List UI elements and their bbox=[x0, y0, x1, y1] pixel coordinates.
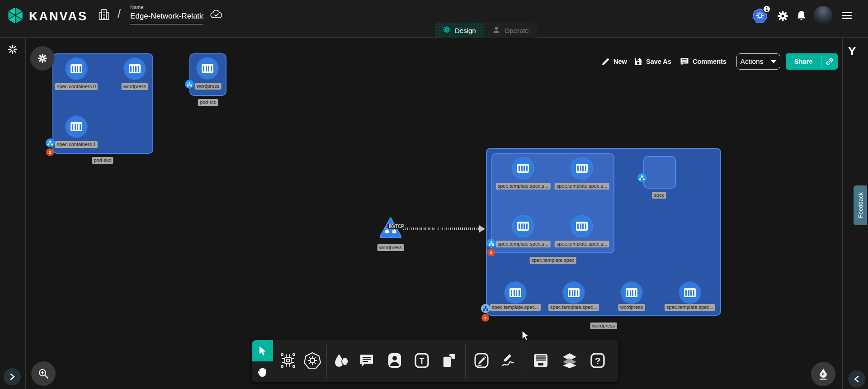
error-count-badge[interactable]: 3 bbox=[481, 314, 489, 322]
node-label: wordpress bbox=[377, 244, 404, 251]
meshery-spinner-icon[interactable] bbox=[7, 43, 19, 57]
chevron-down-icon[interactable] bbox=[771, 60, 776, 63]
container-icon bbox=[509, 288, 521, 297]
container-node[interactable] bbox=[621, 282, 642, 303]
media-tool-button[interactable] bbox=[385, 351, 405, 370]
group-spec-template-spec[interactable] bbox=[491, 153, 614, 253]
container-icon bbox=[202, 64, 213, 73]
container-node[interactable] bbox=[679, 282, 700, 303]
node-label: spec.template.spec.s... bbox=[496, 241, 551, 247]
container-icon bbox=[568, 288, 580, 297]
share-button[interactable]: Share bbox=[786, 53, 838, 70]
comment-tool-button[interactable] bbox=[357, 351, 377, 370]
design-name-label: Name bbox=[130, 5, 143, 10]
node-label: spec.template.spec.s... bbox=[555, 183, 609, 190]
toolbar-divider bbox=[326, 344, 327, 379]
node-label: spec.template.spec... bbox=[490, 304, 541, 311]
container-node[interactable] bbox=[197, 58, 218, 79]
group-label: pod-skd bbox=[92, 157, 113, 164]
container-node[interactable] bbox=[563, 282, 584, 303]
error-count-badge[interactable]: 2 bbox=[46, 148, 54, 156]
container-icon bbox=[626, 288, 637, 297]
floppy-icon bbox=[634, 57, 642, 66]
help-tool-button[interactable]: ? bbox=[588, 351, 608, 370]
comment-icon bbox=[680, 57, 689, 66]
tab-operate[interactable]: Operate bbox=[484, 23, 537, 38]
relationship-badge-icon[interactable] bbox=[185, 80, 194, 89]
hamburger-menu-icon[interactable] bbox=[842, 12, 852, 21]
operate-tab-label: Operate bbox=[505, 27, 529, 34]
mode-tabs: Design Operate bbox=[435, 23, 537, 38]
new-button[interactable]: New bbox=[601, 55, 627, 68]
comments-button[interactable]: Comments bbox=[680, 55, 726, 68]
kubernetes-tool-button[interactable] bbox=[302, 351, 322, 370]
container-icon bbox=[576, 222, 588, 231]
notifications-bell-icon[interactable] bbox=[796, 10, 807, 24]
container-node[interactable] bbox=[66, 58, 87, 79]
container-node[interactable] bbox=[124, 58, 145, 79]
edit-tool-button[interactable] bbox=[472, 351, 491, 370]
copy-link-icon[interactable] bbox=[821, 57, 838, 66]
container-node[interactable] bbox=[513, 158, 533, 179]
pen-tool-button[interactable] bbox=[811, 362, 835, 386]
node-label: spec.template.spec.s... bbox=[555, 241, 609, 247]
node-label: spec.template.spec... bbox=[548, 304, 599, 311]
cloud-saved-icon bbox=[210, 9, 223, 22]
feedback-label: Feedback bbox=[857, 192, 864, 218]
settings-gear-icon[interactable] bbox=[777, 10, 789, 24]
layers-tool-button[interactable] bbox=[560, 351, 580, 370]
relationship-badge-icon[interactable] bbox=[46, 138, 55, 147]
node-label: spec.template.spec.s... bbox=[496, 183, 551, 190]
toolbar-divider bbox=[523, 344, 523, 379]
mouse-cursor bbox=[521, 330, 531, 344]
layer5-y-icon[interactable]: Y bbox=[848, 44, 856, 58]
text-tool-button[interactable]: T bbox=[412, 351, 432, 370]
node-label: wordpress bbox=[195, 83, 222, 90]
container-node[interactable] bbox=[66, 116, 87, 137]
expand-right-panel-button[interactable] bbox=[848, 370, 865, 388]
app-title: KANVAS bbox=[29, 9, 88, 24]
actions-divider bbox=[767, 54, 767, 69]
container-icon bbox=[71, 122, 82, 131]
archive-drawer-tool-button[interactable] bbox=[531, 351, 551, 370]
container-icon bbox=[517, 164, 529, 173]
svg-text:T: T bbox=[420, 357, 425, 365]
freehand-draw-tool-button[interactable] bbox=[498, 351, 518, 370]
error-count-badge[interactable]: 3 bbox=[487, 249, 495, 256]
edge-arrowhead bbox=[479, 225, 485, 232]
group-label: spec bbox=[652, 192, 666, 199]
organization-icon[interactable] bbox=[98, 8, 110, 23]
scan-badge-icon[interactable] bbox=[481, 304, 490, 313]
expand-left-panel-button[interactable] bbox=[4, 368, 21, 385]
pan-tool-button[interactable] bbox=[252, 361, 273, 382]
feedback-tab[interactable]: Feedback bbox=[854, 185, 867, 225]
relationship-badge-icon[interactable] bbox=[487, 239, 496, 248]
container-node[interactable] bbox=[571, 216, 592, 237]
shape-note-tool-button[interactable] bbox=[439, 351, 459, 370]
service-edge[interactable] bbox=[403, 228, 481, 230]
relationship-badge-icon[interactable] bbox=[637, 173, 646, 182]
save-as-button[interactable]: Save As bbox=[634, 55, 671, 68]
kanvas-logo-icon bbox=[6, 6, 24, 26]
hand-icon bbox=[257, 366, 268, 378]
design-name-input[interactable]: Edge-Network-Relatio bbox=[130, 12, 203, 24]
shapes-tool-button[interactable] bbox=[331, 351, 351, 370]
container-node[interactable] bbox=[513, 216, 533, 237]
tab-design[interactable]: Design bbox=[435, 23, 484, 38]
container-node[interactable] bbox=[571, 158, 592, 179]
zoom-button[interactable] bbox=[31, 361, 56, 386]
components-shapes-tool-button[interactable] bbox=[278, 351, 298, 370]
container-icon bbox=[576, 164, 588, 173]
user-avatar[interactable] bbox=[814, 6, 832, 24]
left-sidebar-rail bbox=[0, 38, 26, 389]
svg-text:?: ? bbox=[595, 356, 600, 366]
container-node[interactable] bbox=[505, 282, 526, 303]
select-tool-button[interactable] bbox=[252, 340, 273, 361]
comments-label: Comments bbox=[693, 58, 726, 65]
breadcrumb-separator: / bbox=[118, 7, 121, 20]
group-spec[interactable] bbox=[643, 156, 676, 189]
actions-dropdown-button[interactable]: Actions bbox=[736, 53, 780, 70]
node-label: wordpress bbox=[618, 304, 645, 311]
container-icon bbox=[129, 64, 141, 73]
node-config-gear-button[interactable] bbox=[30, 46, 55, 71]
